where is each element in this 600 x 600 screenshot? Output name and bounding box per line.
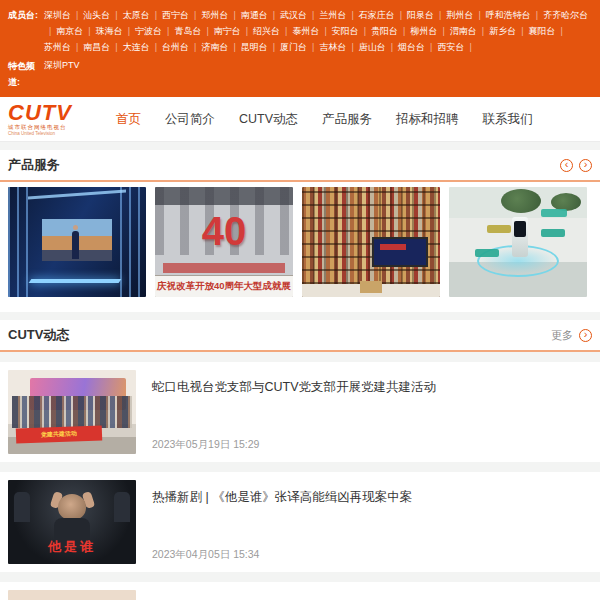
station-separator: |: [123, 23, 135, 39]
station-link[interactable]: 厦门台: [280, 39, 307, 55]
member-stations-bar: 成员台: 深圳台|汕头台|太原台|西宁台|郑州台|南通台|武汉台|兰州台|石家庄…: [0, 0, 600, 97]
station-link[interactable]: 吉林台: [319, 39, 346, 55]
station-link[interactable]: 宁波台: [135, 23, 162, 39]
station-separator: |: [307, 7, 319, 23]
ar-label-chip: [541, 229, 565, 237]
station-separator: |: [395, 7, 407, 23]
news-body: 赓续前行,奋楫争先 | 华夏城视暨深圳广电数科召开2022年度工作总结大会 20…: [152, 590, 592, 600]
station-separator: |: [346, 39, 358, 55]
station-link[interactable]: 武汉台: [280, 7, 307, 23]
station-link[interactable]: 唐山台: [359, 39, 386, 55]
member-label: 成员台:: [8, 7, 44, 23]
nav-item-company-profile[interactable]: 公司简介: [165, 111, 215, 128]
station-link[interactable]: 深圳台: [44, 7, 71, 23]
nav-item-home[interactable]: 首页: [116, 111, 141, 128]
product-card-library-book-wall[interactable]: [302, 187, 440, 297]
news-item-party-building[interactable]: 党建共建活动 蛇口电视台党支部与CUTV党支部开展党建共建活动 2023年05月…: [0, 362, 600, 462]
station-link[interactable]: 汕头台: [83, 7, 110, 23]
main-menu: 首页 公司简介 CUTV动态 产品服务 招标和招聘 联系我们: [116, 111, 533, 128]
station-link[interactable]: 太原台: [123, 7, 150, 23]
news-body: 热播新剧 | 《他是谁》张译高能缉凶再现案中案 2023年04月05日 15:3…: [152, 480, 592, 564]
carousel-prev-button[interactable]: ‹: [560, 159, 573, 172]
more-link[interactable]: 更多: [551, 328, 573, 343]
news-section-title: CUTV动态: [8, 326, 69, 344]
station-link[interactable]: 襄阳台: [528, 23, 555, 39]
station-link[interactable]: 泰州台: [292, 23, 319, 39]
station-link[interactable]: 珠海台: [96, 23, 123, 39]
station-link[interactable]: 南通台: [241, 7, 268, 23]
channel-link-shenzhen-ptv[interactable]: 深圳PTV: [44, 58, 80, 90]
library-display-screen: [372, 237, 428, 267]
station-link[interactable]: 西宁台: [162, 7, 189, 23]
channel-row: 特色频道: 深圳PTV: [8, 58, 592, 90]
station-separator: |: [71, 7, 83, 23]
product-cards: 40 庆祝改革开放40周年大型成就展: [0, 182, 600, 312]
station-separator: |: [516, 23, 528, 39]
nav-item-contact[interactable]: 联系我们: [483, 111, 533, 128]
station-link[interactable]: 郑州台: [201, 7, 228, 23]
station-link[interactable]: 荆州台: [446, 7, 473, 23]
station-link[interactable]: 阳泉台: [407, 7, 434, 23]
station-link[interactable]: 南昌台: [83, 39, 110, 55]
more-arrow-button[interactable]: ›: [579, 329, 592, 342]
news-item-drama-poster[interactable]: 他是谁 热播新剧 | 《他是谁》张译高能缉凶再现案中案 2023年04月05日 …: [0, 472, 600, 572]
station-link[interactable]: 石家庄台: [359, 7, 395, 23]
station-link[interactable]: 青岛台: [174, 23, 201, 39]
station-separator: |: [555, 23, 567, 39]
news-thumbnail-group-photo[interactable]: 党建共建活动: [8, 370, 136, 454]
station-link[interactable]: 南宁台: [214, 23, 241, 39]
poster-face: [58, 494, 86, 520]
station-link[interactable]: 大连台: [123, 39, 150, 55]
news-item-annual-meeting[interactable]: 赓续前行,奋楫争先 | 华夏城视暨深圳广电数科召开2022年度工作总结大会 20…: [0, 582, 600, 600]
product-card-virtual-studio[interactable]: [8, 187, 146, 297]
red-banner-band: [163, 263, 285, 273]
station-link[interactable]: 台州台: [162, 39, 189, 55]
station-link[interactable]: 济南台: [201, 39, 228, 55]
news-date: 2023年05月19日 15:29: [152, 438, 588, 452]
station-link[interactable]: 呼和浩特台: [486, 7, 531, 23]
member-stations: 深圳台|汕头台|太原台|西宁台|郑州台|南通台|武汉台|兰州台|石家庄台|阳泉台…: [44, 7, 592, 55]
station-separator: |: [189, 7, 201, 23]
station-link[interactable]: 苏州台: [44, 39, 71, 55]
station-link[interactable]: 渭南台: [450, 23, 477, 39]
station-link[interactable]: 齐齐哈尔台: [543, 7, 588, 23]
library-bench: [360, 281, 382, 293]
station-link[interactable]: 烟台台: [398, 39, 425, 55]
product-card-smart-plaza[interactable]: [449, 187, 587, 297]
station-separator: |: [473, 7, 485, 23]
carousel-controls: ‹ ›: [560, 159, 592, 172]
station-separator: |: [359, 23, 371, 39]
station-link[interactable]: 昆明台: [241, 39, 268, 55]
station-separator: |: [319, 23, 331, 39]
news-thumbnail-award-photo[interactable]: [8, 590, 136, 600]
studio-light-strip: [120, 187, 146, 297]
station-separator: |: [268, 39, 280, 55]
poster-side-figure: [114, 492, 130, 522]
news-title[interactable]: 蛇口电视台党支部与CUTV党支部开展党建共建活动: [152, 378, 588, 396]
station-link[interactable]: 南京台: [56, 23, 83, 39]
poster-side-figure: [14, 492, 30, 522]
nav-item-cutv-news[interactable]: CUTV动态: [239, 111, 298, 128]
station-link[interactable]: 新乡台: [489, 23, 516, 39]
news-title[interactable]: 热播新剧 | 《他是谁》张译高能缉凶再现案中案: [152, 488, 588, 506]
nav-item-products[interactable]: 产品服务: [322, 111, 372, 128]
station-separator: |: [531, 7, 543, 23]
station-separator: |: [44, 23, 56, 39]
nav-item-bidding-recruitment[interactable]: 招标和招聘: [396, 111, 459, 128]
station-separator: |: [71, 39, 83, 55]
station-link[interactable]: 绍兴台: [253, 23, 280, 39]
station-link[interactable]: 柳州台: [410, 23, 437, 39]
station-separator: |: [110, 7, 122, 23]
carousel-next-button[interactable]: ›: [579, 159, 592, 172]
product-card-40th-anniversary-exhibition[interactable]: 40 庆祝改革开放40周年大型成就展: [155, 187, 293, 297]
studio-presenter: [72, 231, 79, 259]
station-separator: |: [83, 23, 95, 39]
news-thumbnail-drama-poster[interactable]: 他是谁: [8, 480, 136, 564]
station-separator: |: [241, 23, 253, 39]
station-link[interactable]: 西安台: [437, 39, 464, 55]
station-link[interactable]: 安阳台: [332, 23, 359, 39]
station-separator: |: [425, 39, 437, 55]
station-link[interactable]: 兰州台: [319, 7, 346, 23]
cutv-logo[interactable]: CUTV 城市联合网络电视台 China United Television: [8, 102, 104, 136]
station-link[interactable]: 贵阳台: [371, 23, 398, 39]
